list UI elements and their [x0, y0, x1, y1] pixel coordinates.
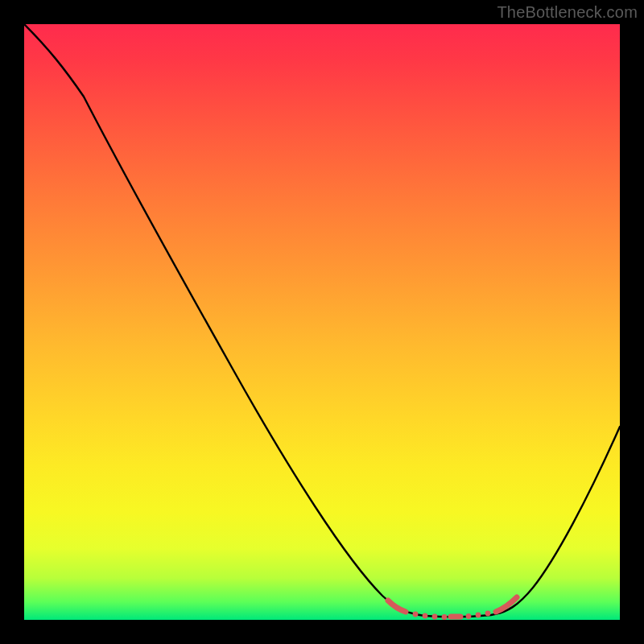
svg-point-6: [485, 611, 491, 617]
svg-point-0: [413, 612, 419, 617]
watermark-text: TheBottleneck.com: [497, 3, 638, 22]
plot-area: [24, 24, 620, 620]
chart-frame: TheBottleneck.com: [0, 0, 644, 644]
bottleneck-curve: [24, 24, 620, 617]
svg-point-2: [432, 614, 438, 620]
optimal-range-marker: [388, 597, 517, 620]
svg-point-5: [476, 613, 481, 618]
svg-point-4: [466, 613, 472, 619]
svg-point-1: [423, 613, 428, 619]
svg-point-3: [442, 614, 448, 620]
curve-layer: [24, 24, 620, 620]
